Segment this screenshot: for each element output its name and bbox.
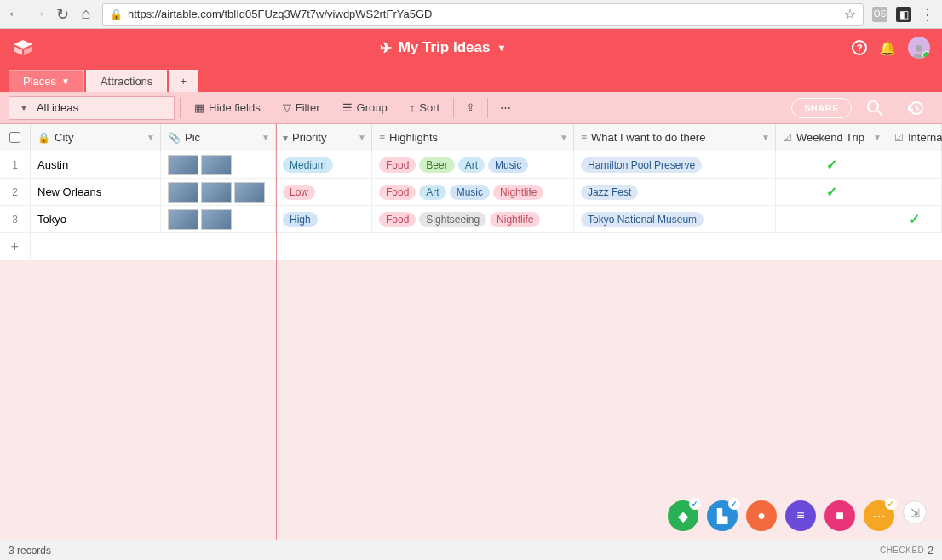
app-fab[interactable]: ■ bbox=[824, 500, 855, 531]
base-title[interactable]: ✈ My Trip Ideas ▼ bbox=[380, 39, 507, 57]
select-all-header[interactable] bbox=[0, 124, 31, 151]
select-all-checkbox[interactable] bbox=[9, 132, 20, 143]
attachment-thumbnail[interactable] bbox=[201, 182, 232, 203]
tag-pill[interactable]: Jazz Fest bbox=[581, 185, 638, 200]
cell-priority[interactable]: Medium bbox=[276, 151, 372, 178]
row-number[interactable]: 2 bbox=[0, 179, 31, 205]
user-avatar[interactable] bbox=[908, 37, 930, 59]
cell-priority[interactable]: High bbox=[276, 206, 372, 232]
cell-international[interactable]: ✓ bbox=[887, 206, 942, 232]
address-bar[interactable]: 🔒 https://airtable.com/tblId05FUzq3W7t7w… bbox=[102, 3, 864, 26]
column-header-city[interactable]: 🔒City▼ bbox=[31, 124, 161, 151]
chevron-down-icon[interactable]: ▼ bbox=[873, 133, 882, 142]
sort-button[interactable]: ↕ Sort bbox=[401, 96, 448, 120]
column-header-priority[interactable]: ▾Priority▼ bbox=[276, 124, 372, 151]
home-button[interactable]: ⌂ bbox=[78, 5, 94, 23]
more-options-button[interactable]: ⋯ bbox=[493, 96, 518, 120]
cell-pic[interactable] bbox=[161, 151, 276, 178]
view-picker[interactable]: ▼ All ideas bbox=[9, 96, 175, 120]
app-fab[interactable]: ▙ bbox=[707, 500, 738, 531]
column-header-weekend[interactable]: ☑Weekend Trip▼ bbox=[776, 124, 887, 151]
collapse-apps-button[interactable]: ⇲ bbox=[903, 500, 927, 524]
cell-want[interactable]: Hamilton Pool Preserve bbox=[574, 151, 776, 178]
tag-pill[interactable]: Nightlife bbox=[490, 212, 540, 227]
bookmark-star-icon[interactable]: ☆ bbox=[844, 6, 856, 22]
search-button[interactable] bbox=[857, 96, 893, 120]
tag-pill[interactable]: Art bbox=[458, 157, 485, 173]
tag-pill[interactable]: Food bbox=[379, 185, 416, 200]
tag-pill[interactable]: Food bbox=[379, 157, 416, 173]
add-table-button[interactable]: + bbox=[169, 70, 198, 92]
extension-icon[interactable]: ◧ bbox=[896, 7, 911, 22]
cell-city[interactable]: New Orleans bbox=[31, 179, 161, 205]
app-fab[interactable]: ● bbox=[746, 500, 777, 531]
chevron-down-icon[interactable]: ▼ bbox=[261, 133, 270, 142]
tag-pill[interactable]: Low bbox=[283, 185, 315, 200]
tag-pill[interactable]: Food bbox=[379, 212, 416, 227]
column-header-want[interactable]: ≡What I want to do there▼ bbox=[574, 124, 776, 151]
row-number[interactable]: 1 bbox=[0, 151, 31, 178]
attachment-thumbnail[interactable] bbox=[201, 155, 232, 175]
cell-highlights[interactable]: FoodArtMusicNightlife bbox=[372, 179, 574, 205]
help-button[interactable]: ? bbox=[852, 40, 867, 55]
cell-want[interactable]: Jazz Fest bbox=[574, 179, 776, 205]
column-header-pic[interactable]: 📎Pic▼ bbox=[161, 124, 276, 151]
table-row[interactable]: 1AustinMediumFoodBeerArtMusicHamilton Po… bbox=[0, 151, 942, 179]
cell-weekend[interactable] bbox=[776, 206, 887, 232]
attachment-thumbnail[interactable] bbox=[168, 155, 198, 175]
table-row[interactable]: 3TokyoHighFoodSightseeingNightlifeTokyo … bbox=[0, 206, 942, 233]
app-fab[interactable]: ◆ bbox=[668, 500, 698, 531]
tag-pill[interactable]: Tokyo National Museum bbox=[581, 212, 704, 227]
cell-international[interactable] bbox=[887, 179, 942, 205]
share-button[interactable]: SHARE bbox=[791, 98, 852, 118]
browser-menu-button[interactable]: ⋮ bbox=[920, 5, 935, 24]
tag-pill[interactable]: Beer bbox=[419, 157, 454, 173]
attachment-thumbnail[interactable] bbox=[168, 182, 198, 203]
tag-pill[interactable]: High bbox=[283, 212, 318, 227]
notifications-icon[interactable]: 🔔 bbox=[879, 40, 896, 56]
cell-highlights[interactable]: FoodSightseeingNightlife bbox=[372, 206, 574, 232]
tag-pill[interactable]: Music bbox=[450, 185, 490, 200]
hide-fields-button[interactable]: ▦ Hide fields bbox=[186, 96, 269, 120]
add-row[interactable]: + bbox=[0, 233, 942, 260]
chevron-down-icon[interactable]: ▼ bbox=[358, 133, 366, 142]
column-header-highlights[interactable]: ≡Highlights▼ bbox=[372, 124, 574, 151]
app-fab[interactable]: ≡ bbox=[785, 500, 816, 531]
cell-pic[interactable] bbox=[161, 206, 276, 232]
column-header-international[interactable]: ☑Interna bbox=[887, 124, 942, 151]
tag-pill[interactable]: Hamilton Pool Preserve bbox=[581, 157, 702, 173]
app-fab[interactable]: ⋯ bbox=[864, 500, 894, 531]
chevron-down-icon[interactable]: ▼ bbox=[761, 133, 770, 142]
row-number[interactable]: 3 bbox=[0, 206, 31, 232]
tag-pill[interactable]: Music bbox=[488, 157, 528, 173]
tab-places[interactable]: Places ▼ bbox=[9, 70, 84, 92]
tag-pill[interactable]: Art bbox=[419, 185, 445, 200]
cell-pic[interactable] bbox=[161, 179, 276, 205]
chevron-down-icon[interactable]: ▼ bbox=[146, 133, 155, 142]
cell-priority[interactable]: Low bbox=[276, 179, 372, 205]
chevron-down-icon[interactable]: ▼ bbox=[560, 133, 568, 142]
extension-icon[interactable]: OS bbox=[872, 7, 887, 22]
reload-button[interactable]: ↻ bbox=[55, 5, 70, 24]
cell-want[interactable]: Tokyo National Museum bbox=[574, 206, 776, 232]
tag-pill[interactable]: Sightseeing bbox=[419, 212, 486, 227]
history-button[interactable] bbox=[898, 96, 933, 120]
tag-pill[interactable]: Nightlife bbox=[493, 185, 543, 200]
summary-checked[interactable]: CHECKED 2 bbox=[880, 545, 933, 557]
group-button[interactable]: ☰ Group bbox=[334, 96, 396, 120]
back-button[interactable]: ← bbox=[7, 5, 22, 23]
share-view-button[interactable]: ⇪ bbox=[459, 96, 482, 120]
airtable-logo-icon[interactable] bbox=[12, 39, 34, 56]
tag-pill[interactable]: Medium bbox=[283, 157, 333, 173]
cell-highlights[interactable]: FoodBeerArtMusic bbox=[372, 151, 574, 178]
attachment-thumbnail[interactable] bbox=[201, 209, 232, 230]
filter-button[interactable]: ▽ Filter bbox=[274, 96, 329, 120]
attachment-thumbnail[interactable] bbox=[168, 209, 198, 230]
cell-weekend[interactable]: ✓ bbox=[776, 179, 887, 205]
cell-city[interactable]: Tokyo bbox=[31, 206, 161, 232]
cell-city[interactable]: Austin bbox=[31, 151, 161, 178]
attachment-thumbnail[interactable] bbox=[234, 182, 265, 203]
table-row[interactable]: 2New OrleansLowFoodArtMusicNightlifeJazz… bbox=[0, 179, 942, 206]
tab-attractions[interactable]: Attractions bbox=[86, 70, 167, 92]
cell-weekend[interactable]: ✓ bbox=[776, 151, 887, 178]
